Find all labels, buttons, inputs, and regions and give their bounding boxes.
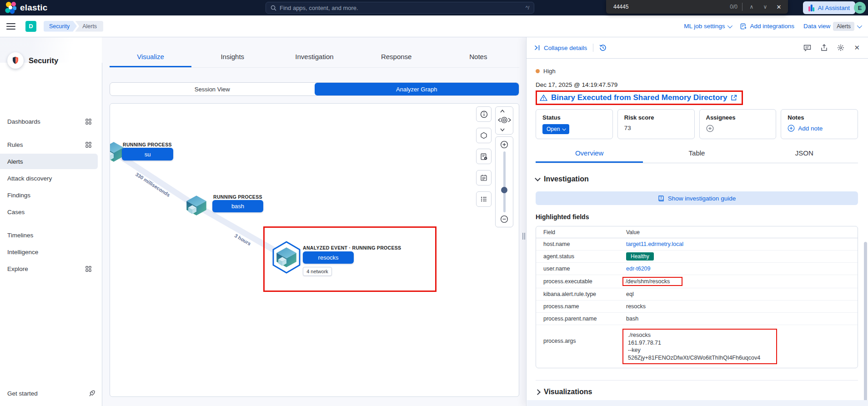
find-next-button[interactable]: ∨ — [761, 4, 770, 10]
ai-assistant-button[interactable]: AI Assistant — [803, 1, 855, 14]
sidebar-item-label: Explore — [7, 266, 28, 272]
tab-response[interactable]: Response — [356, 48, 437, 67]
integrations-icon — [740, 23, 747, 30]
find-close-button[interactable]: ✕ — [774, 4, 783, 10]
alert-details-flyout: Collapse details — [526, 37, 868, 406]
data-view-picker[interactable]: Data view Alerts — [803, 22, 861, 31]
menu-icon[interactable] — [6, 23, 15, 30]
collapse-details-button[interactable]: Collapse details — [534, 45, 587, 51]
panel-resize-handle[interactable] — [522, 233, 525, 240]
external-link-icon — [731, 95, 737, 101]
process-node-button-su[interactable]: su — [122, 148, 173, 160]
tab-notes[interactable]: Notes — [437, 48, 519, 67]
sidebar-item-alerts[interactable]: Alerts — [0, 154, 98, 169]
browser-find-bar[interactable]: 44445 0/0 ∧ ∨ ✕ — [606, 0, 788, 14]
process-node-icon-resocks[interactable] — [276, 246, 297, 268]
alert-rule-title-link[interactable]: Binary Executed from Shared Memory Direc… — [551, 93, 727, 102]
sidebar-item-dashboards[interactable]: Dashboards — [0, 114, 98, 129]
investigation-section-header[interactable]: Investigation — [536, 175, 858, 183]
zoom-out-icon[interactable] — [500, 215, 508, 223]
field-value: Healthy — [626, 251, 858, 262]
field-value: bash — [626, 314, 858, 324]
status-open-button[interactable]: Open — [542, 124, 569, 134]
add-assignee-icon[interactable] — [706, 125, 714, 132]
expand-right-icon — [534, 45, 541, 51]
detail-tab-json[interactable]: JSON — [751, 145, 858, 163]
data-view-label: Data view — [803, 23, 830, 30]
tab-visualize[interactable]: Visualize — [110, 48, 191, 67]
field-value: /dev/shm/resocks — [626, 275, 858, 288]
notes-label: Notes — [788, 114, 851, 121]
document-settings-icon — [480, 153, 488, 160]
graph-date-picker-button[interactable] — [476, 170, 492, 185]
field-name: process.parent.name — [536, 316, 626, 322]
find-previous-button[interactable]: ∧ — [747, 4, 756, 10]
visualize-tab-bar: VisualizeInsightsInvestigationResponseNo… — [110, 48, 519, 68]
tab-investigation[interactable]: Investigation — [273, 48, 355, 67]
field-value-link[interactable]: target11.edrmetry.local — [626, 241, 683, 247]
find-query-input[interactable]: 44445 — [613, 4, 725, 10]
zoom-in-icon[interactable] — [500, 140, 508, 149]
get-started-link[interactable]: Get started — [7, 390, 95, 397]
share-icon[interactable] — [821, 44, 828, 51]
field-name: user.name — [536, 266, 626, 272]
security-app-header: Security — [7, 52, 58, 69]
elastic-logo[interactable]: elastic — [5, 1, 48, 14]
global-search-input[interactable]: Find apps, content, and more. ^/ — [266, 2, 534, 14]
ai-assistant-label: AI Assistant — [818, 5, 850, 11]
chevron-down-icon — [728, 23, 733, 28]
ml-job-settings-label: ML job settings — [684, 23, 725, 30]
status-badge: Healthy — [626, 252, 654, 261]
graph-schema-button[interactable] — [476, 149, 492, 164]
pan-control-icon — [496, 107, 513, 134]
get-started-label: Get started — [7, 390, 38, 397]
add-note-button[interactable]: Add note — [788, 125, 851, 132]
graph-node-list-button[interactable] — [476, 191, 492, 207]
close-icon[interactable]: ✕ — [854, 44, 860, 52]
chevron-down-icon — [535, 175, 541, 181]
find-divider — [742, 3, 743, 11]
table-row: process.executable/dev/shm/resocks — [536, 275, 858, 288]
visualizations-section-header[interactable]: Visualizations — [536, 388, 858, 396]
graph-pan-control[interactable] — [495, 106, 513, 135]
sidebar-item-intelligence[interactable]: Intelligence — [0, 244, 98, 260]
show-investigation-guide-button[interactable]: Show investigation guide — [536, 191, 858, 205]
gear-icon[interactable] — [837, 44, 844, 51]
alert-history-icon[interactable] — [599, 44, 607, 51]
sidebar-item-rules[interactable]: Rules — [0, 137, 98, 152]
sidebar-item-explore[interactable]: Explore — [0, 261, 98, 276]
table-row: host.nametarget11.edrmetry.local — [536, 238, 858, 251]
breadcrumb-security[interactable]: Security — [44, 21, 77, 32]
highlighted-fields-title: Highlighted fields — [536, 213, 858, 221]
sidebar-item-timelines[interactable]: Timelines — [0, 227, 98, 243]
sidebar-item-findings[interactable]: Findings — [0, 187, 98, 203]
graph-legend-button[interactable] — [476, 106, 492, 122]
analyzer-graph-toggle[interactable]: Analyzer Graph — [315, 83, 519, 95]
comment-icon[interactable] — [803, 44, 811, 51]
node-type-label: RUNNING PROCESS — [123, 142, 172, 147]
sidebar-item-attack-discovery[interactable]: Attack discovery — [0, 170, 98, 186]
field-value-link[interactable]: edr-t6209 — [626, 266, 651, 272]
calendar-icon — [480, 174, 487, 181]
process-node-icon-bash[interactable] — [186, 195, 207, 216]
deployment-badge[interactable]: D — [25, 21, 36, 32]
breadcrumb-alerts[interactable]: Alerts — [75, 21, 103, 32]
flyout-scrollbar[interactable] — [864, 242, 867, 403]
graph-node-shape-button[interactable] — [476, 128, 492, 143]
user-avatar[interactable]: E — [854, 2, 866, 14]
sidebar-item-cases[interactable]: Cases — [0, 204, 98, 220]
session-view-toggle[interactable]: Session View — [110, 83, 315, 95]
add-integrations-link[interactable]: Add integrations — [740, 23, 794, 30]
zoom-slider-track[interactable] — [503, 151, 506, 212]
process-node-button-bash[interactable]: bash — [212, 200, 263, 212]
ml-job-settings-link[interactable]: ML job settings — [684, 23, 731, 30]
process-node-button-resocks[interactable]: resocks — [303, 251, 354, 264]
tab-insights[interactable]: Insights — [191, 48, 273, 67]
zoom-slider-thumb[interactable] — [501, 187, 507, 193]
sidebar-app-title: Security — [29, 56, 58, 65]
detail-tab-table[interactable]: Table — [643, 145, 750, 163]
sidebar-item-label: Intelligence — [7, 249, 38, 256]
analyzer-graph-canvas[interactable]: 330 milliseconds 3 hours RUNNING PROCESS… — [110, 103, 519, 397]
detail-tab-overview[interactable]: Overview — [536, 145, 643, 163]
network-events-pill[interactable]: 4 network — [303, 267, 332, 276]
